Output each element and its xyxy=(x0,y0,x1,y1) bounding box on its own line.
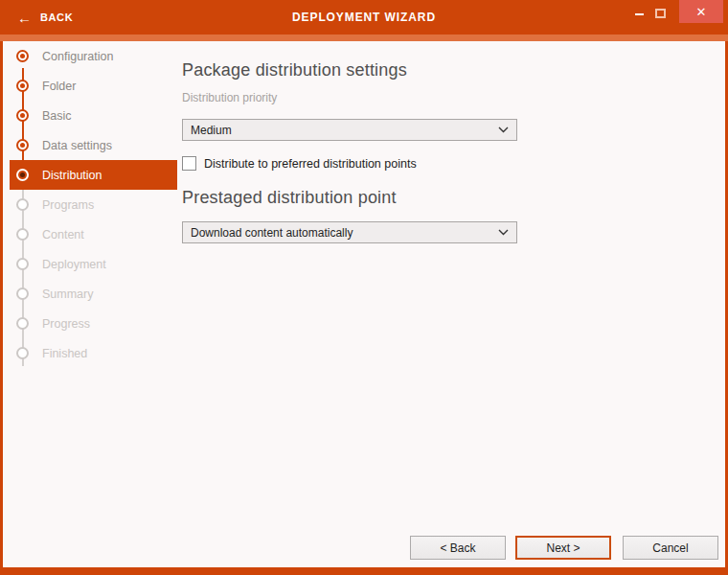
step-label: Data settings xyxy=(42,139,112,152)
step-circle-icon xyxy=(16,139,29,151)
close-icon: ✕ xyxy=(696,5,707,19)
step-label: Basic xyxy=(42,109,72,123)
step-circle-icon xyxy=(16,288,29,300)
preferred-dp-checkbox-label: Distribute to preferred distribution poi… xyxy=(204,157,417,171)
sidebar-item-content[interactable]: Content xyxy=(10,219,177,249)
distribution-priority-label: Distribution priority xyxy=(182,91,527,104)
sidebar-item-basic[interactable]: Basic xyxy=(10,101,177,130)
sidebar-item-folder[interactable]: Folder xyxy=(10,71,177,101)
distribution-priority-select[interactable]: Medium xyxy=(182,119,517,141)
sidebar-item-summary[interactable]: Summary xyxy=(10,279,177,309)
titlebar-accent-strip xyxy=(0,34,728,41)
back-arrow-icon: ← xyxy=(17,11,32,25)
window-content-frame: ConfigurationFolderBasicData settingsDis… xyxy=(3,41,725,567)
step-label: Content xyxy=(42,228,84,242)
wizard-page-content: Package distribution settings Distributi… xyxy=(182,41,527,243)
prestaged-dp-heading: Prestaged distribution point xyxy=(182,188,527,208)
step-label: Programs xyxy=(42,198,94,212)
step-label: Distribution xyxy=(42,169,102,182)
step-circle-icon xyxy=(16,258,29,270)
step-circle-icon xyxy=(16,50,29,62)
deployment-wizard-window: ← BACK DEPLOYMENT WIZARD ✕ Configuration… xyxy=(0,0,728,575)
minimize-button[interactable] xyxy=(628,0,649,23)
titlebar: ← BACK DEPLOYMENT WIZARD ✕ xyxy=(0,0,728,34)
step-label: Deployment xyxy=(42,258,106,271)
sidebar-item-finished[interactable]: Finished xyxy=(10,338,177,368)
preferred-dp-checkbox[interactable] xyxy=(182,156,196,171)
titlebar-back-button[interactable]: ← BACK xyxy=(17,0,73,34)
step-circle-icon xyxy=(16,347,29,359)
next-button[interactable]: Next > xyxy=(515,536,611,560)
sidebar-item-configuration[interactable]: Configuration xyxy=(10,41,177,71)
step-label: Summary xyxy=(42,288,93,301)
step-label: Finished xyxy=(42,347,87,360)
prestaged-dp-select[interactable]: Download content automatically xyxy=(182,221,517,243)
footer-button-bar: < Back Next > Cancel xyxy=(410,536,718,560)
maximize-icon xyxy=(655,9,666,18)
window-controls: ✕ xyxy=(628,0,723,23)
step-circle-icon xyxy=(16,198,29,211)
cancel-button[interactable]: Cancel xyxy=(623,536,718,560)
sidebar-item-distribution[interactable]: Distribution xyxy=(10,160,177,190)
step-circle-icon xyxy=(16,109,29,122)
sidebar-item-deployment[interactable]: Deployment xyxy=(10,249,177,279)
maximize-button[interactable] xyxy=(649,0,671,23)
step-label: Progress xyxy=(42,317,90,331)
chevron-down-icon xyxy=(498,229,509,236)
step-label: Folder xyxy=(42,80,76,93)
back-label: BACK xyxy=(40,12,73,23)
step-circle-icon xyxy=(16,80,29,92)
distribution-priority-value: Medium xyxy=(191,124,232,137)
back-button[interactable]: < Back xyxy=(410,536,506,560)
prestaged-dp-value: Download content automatically xyxy=(191,226,353,240)
sidebar-item-progress[interactable]: Progress xyxy=(10,309,177,338)
package-distribution-heading: Package distribution settings xyxy=(182,60,527,80)
minimize-icon xyxy=(635,13,644,15)
step-label: Configuration xyxy=(42,50,113,63)
step-circle-icon xyxy=(16,169,29,181)
step-circle-icon xyxy=(16,317,29,330)
window-title: DEPLOYMENT WIZARD xyxy=(0,0,728,34)
sidebar-item-programs[interactable]: Programs xyxy=(10,190,177,219)
sidebar-item-data-settings[interactable]: Data settings xyxy=(10,130,177,160)
step-circle-icon xyxy=(16,228,29,241)
wizard-steps-sidebar: ConfigurationFolderBasicData settingsDis… xyxy=(3,41,177,567)
chevron-down-icon xyxy=(498,126,509,133)
close-button[interactable]: ✕ xyxy=(679,0,723,23)
preferred-dp-checkbox-row[interactable]: Distribute to preferred distribution poi… xyxy=(182,156,527,171)
